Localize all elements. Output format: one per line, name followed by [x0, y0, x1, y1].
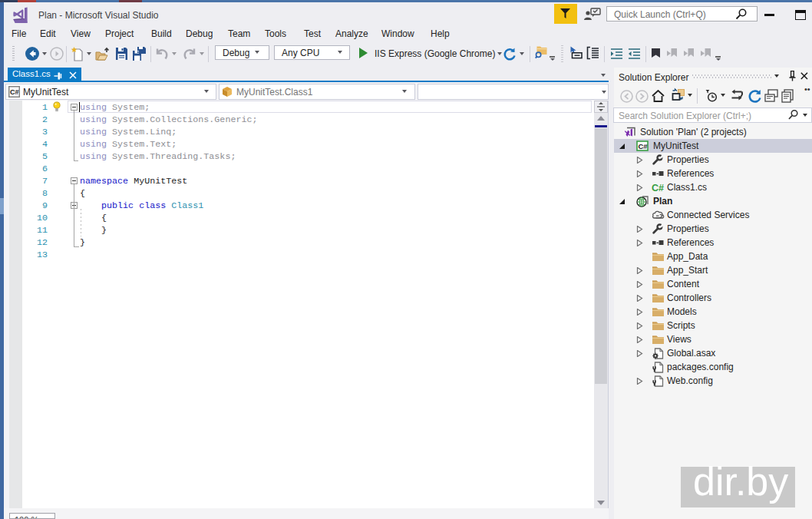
svg-text:C#: C# [10, 88, 19, 96]
svg-text:C#: C# [638, 142, 648, 150]
svg-text:C#: C# [652, 183, 664, 193]
